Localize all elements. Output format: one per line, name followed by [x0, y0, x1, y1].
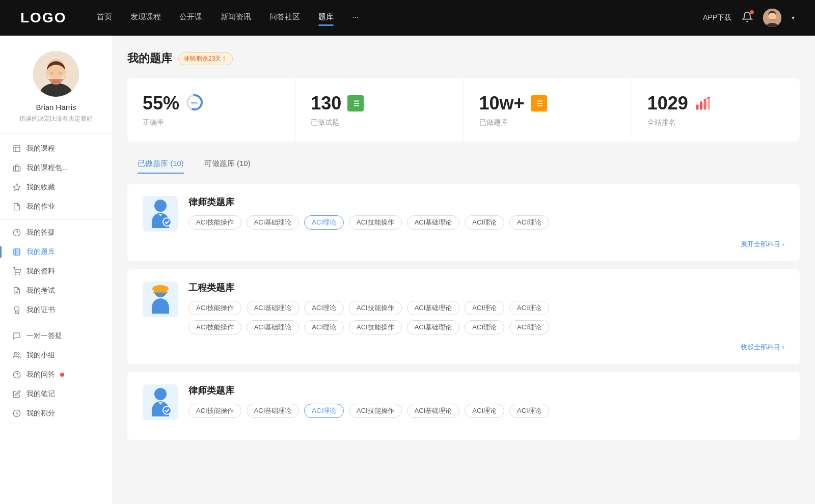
svg-point-24	[14, 352, 17, 355]
sidebar-item-points[interactable]: 我的积分	[0, 404, 112, 423]
qbank-2-avatar	[143, 282, 178, 317]
sidebar-item-homework-label: 我的作业	[26, 202, 55, 211]
sidebar-item-notes[interactable]: 我的笔记	[0, 384, 112, 404]
user-avatar[interactable]	[763, 9, 781, 27]
sidebar-item-homework[interactable]: 我的作业	[0, 197, 112, 216]
stat-accuracy-value: 55%	[143, 93, 179, 114]
sidebar-item-qa[interactable]: 我的答疑	[0, 223, 112, 242]
qbank-1-tag-1[interactable]: ACI基础理论	[247, 215, 300, 230]
group-icon	[12, 351, 21, 360]
qbank-2-tag-r2-0[interactable]: ACI技能操作	[188, 320, 241, 334]
qbank-1-tags: ACI技能操作 ACI基础理论 ACI理论 ACI技能操作 ACI基础理论 AC…	[188, 215, 784, 230]
my-qa-icon	[12, 370, 21, 379]
qbank-3-avatar	[143, 384, 178, 420]
qbank-3-tag-2[interactable]: ACI理论	[304, 404, 344, 418]
sidebar-item-course[interactable]: 我的课程	[0, 139, 112, 158]
qbank-3-tag-5[interactable]: ACI理论	[465, 404, 504, 418]
nav-news[interactable]: 新闻资讯	[221, 12, 251, 24]
material-icon	[12, 267, 21, 276]
sidebar-item-exam[interactable]: 我的考试	[0, 281, 112, 300]
svg-rect-47	[708, 97, 710, 110]
qbank-2-collapse[interactable]: 收起全部科目 ›	[143, 343, 784, 352]
nav-qbank[interactable]: 题库	[318, 12, 334, 24]
sidebar-item-qbank[interactable]: 我的题库	[0, 242, 112, 262]
qbank-1-tag-3[interactable]: ACI技能操作	[349, 215, 402, 230]
stat-done-questions-label: 已做试题	[311, 118, 448, 127]
qbank-2-tag-r2-6[interactable]: ACI理论	[509, 320, 549, 334]
qbank-1-tag-4[interactable]: ACI基础理论	[407, 215, 460, 230]
qbank-3-title: 律师类题库	[188, 384, 784, 397]
qbank-2-tag-r1-4[interactable]: ACI基础理论	[407, 301, 460, 315]
qbank-1-tag-2[interactable]: ACI理论	[304, 215, 344, 230]
qbank-1-tag-0[interactable]: ACI技能操作	[188, 215, 241, 230]
tab-done[interactable]: 已做题库 (10)	[127, 154, 194, 174]
homework-icon	[12, 202, 21, 211]
qbank-3-tag-1[interactable]: ACI基础理论	[247, 404, 300, 418]
sidebar-item-cert-label: 我的证书	[26, 305, 55, 315]
qbank-2-tag-r2-3[interactable]: ACI技能操作	[349, 320, 402, 334]
pie-chart-icon: 55%	[185, 93, 204, 114]
tab-todo[interactable]: 可做题库 (10)	[194, 154, 261, 174]
sidebar: Brian Harris 错误的决定比没有决定要好 我的课程	[0, 36, 112, 504]
qbank-2-tag-r1-0[interactable]: ACI技能操作	[188, 301, 241, 315]
sidebar-item-course-label: 我的课程	[26, 144, 55, 153]
package-icon	[12, 163, 21, 173]
qbank-1-info: 律师类题库 ACI技能操作 ACI基础理论 ACI理论 ACI技能操作 ACI基…	[188, 196, 784, 230]
qbank-2-tag-r1-3[interactable]: ACI技能操作	[349, 301, 402, 315]
sidebar-item-cert[interactable]: 我的证书	[0, 300, 112, 320]
qbank-2-tag-r2-5[interactable]: ACI理论	[465, 320, 504, 334]
stat-rank-value: 1029	[647, 93, 688, 114]
stat-done-questions-main: 130	[311, 93, 448, 114]
notification-bell[interactable]	[742, 11, 753, 24]
page-title: 我的题库	[127, 51, 172, 66]
notes-icon	[12, 389, 21, 399]
qbank-3-tag-4[interactable]: ACI基础理论	[407, 404, 460, 418]
app-download-button[interactable]: APP下载	[703, 13, 731, 22]
qbank-3-tag-6[interactable]: ACI理论	[509, 404, 549, 418]
svg-point-20	[19, 274, 20, 274]
sidebar-item-material[interactable]: 我的资料	[0, 262, 112, 281]
qbank-1-tag-6[interactable]: ACI理论	[509, 215, 549, 230]
svg-rect-46	[703, 99, 706, 109]
main-content: 我的题库 体验剩余23天！ 55%	[112, 36, 815, 504]
sidebar-item-my-qa[interactable]: 我的问答	[0, 365, 112, 384]
qbank-2-tag-r1-1[interactable]: ACI基础理论	[247, 301, 300, 315]
profile-motto: 错误的决定比没有决定要好	[19, 115, 93, 123]
red-chart-icon	[694, 95, 711, 111]
qbank-2-tag-r2-4[interactable]: ACI基础理论	[407, 320, 460, 334]
qbank-3-tag-3[interactable]: ACI技能操作	[349, 404, 402, 418]
qbank-2-tag-r1-2[interactable]: ACI理论	[304, 301, 344, 315]
qbank-2-tag-r1-6[interactable]: ACI理论	[509, 301, 549, 315]
tabs: 已做题库 (10) 可做题库 (10)	[127, 154, 800, 174]
sidebar-item-package[interactable]: 我的课程包...	[0, 158, 112, 178]
header-right: APP下载 ▾	[703, 9, 795, 27]
main-nav: 首页 发现课程 公开课 新闻资讯 问答社区 题库 ···	[97, 12, 703, 24]
sidebar-item-my-qa-label: 我的问答	[26, 370, 55, 379]
profile-section: Brian Harris 错误的决定比没有决定要好	[0, 51, 112, 134]
qbank-1-tag-5[interactable]: ACI理论	[465, 215, 504, 230]
svg-point-55	[163, 406, 171, 414]
qbank-3-tag-0[interactable]: ACI技能操作	[188, 404, 241, 418]
qbank-1-expand[interactable]: 展开全部科目 ›	[143, 240, 784, 249]
qbank-2-tags-row2: ACI技能操作 ACI基础理论 ACI理论 ACI技能操作 ACI基础理论 AC…	[188, 320, 784, 334]
svg-point-54	[154, 388, 167, 400]
nav-home[interactable]: 首页	[97, 12, 112, 24]
qbank-2-tag-r2-2[interactable]: ACI理论	[304, 320, 344, 334]
nav-opencourse[interactable]: 公开课	[179, 12, 202, 24]
sidebar-item-group[interactable]: 我的小组	[0, 346, 112, 365]
sidebar-item-favorites[interactable]: 我的收藏	[0, 178, 112, 197]
qbank-2-tag-r2-1[interactable]: ACI基础理论	[247, 320, 300, 334]
stat-rank: 1029 全站排名	[632, 78, 800, 142]
stat-accuracy-main: 55% 55%	[143, 93, 280, 114]
sidebar-item-one2one[interactable]: 一对一答疑	[0, 326, 112, 346]
qbank-2-tag-r1-5[interactable]: ACI理论	[465, 301, 504, 315]
nav-more[interactable]: ···	[352, 12, 359, 24]
nav-discover[interactable]: 发现课程	[130, 12, 161, 24]
qbank-3-tags: ACI技能操作 ACI基础理论 ACI理论 ACI技能操作 ACI基础理论 AC…	[188, 404, 784, 418]
svg-marker-12	[13, 184, 20, 190]
qbank-1-avatar	[143, 196, 178, 232]
nav-qa[interactable]: 问答社区	[269, 12, 300, 24]
sidebar-item-favorites-label: 我的收藏	[26, 183, 55, 192]
stat-rank-main: 1029	[647, 93, 784, 114]
user-menu-chevron[interactable]: ▾	[792, 14, 795, 21]
